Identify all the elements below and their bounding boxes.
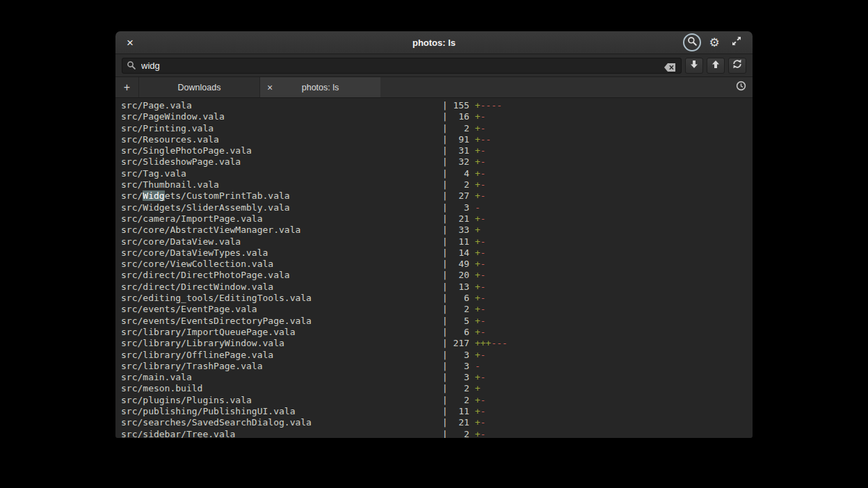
change-count: 6 — [448, 327, 469, 338]
tab-downloads[interactable]: Downloads — [138, 77, 259, 97]
change-count: 2 — [448, 179, 469, 190]
deletions-bar: - — [481, 350, 486, 360]
terminal-line: src/library/TrashPage.vala|3- — [121, 361, 753, 372]
window-title: photos: ls — [115, 38, 753, 48]
terminal-line: src/Resources.vala|91+-- — [121, 134, 753, 145]
header-bar[interactable]: × photos: ls ⚙ — [115, 31, 753, 54]
terminal-line: src/SinglePhotoPage.vala|31+- — [121, 145, 753, 156]
terminal-line: src/core/AbstractViewManager.vala|33+ — [121, 225, 753, 236]
file-name: src/core/AbstractViewManager.vala — [121, 225, 442, 236]
terminal-line: src/core/ViewCollection.vala|49+- — [121, 259, 753, 270]
change-count: 21 — [448, 417, 469, 428]
restore-closed-tabs-button[interactable] — [729, 77, 753, 97]
file-name: src/Printing.vala — [121, 123, 442, 134]
stat-separator: | — [442, 145, 448, 156]
deletions-bar: - — [481, 123, 486, 133]
additions-bar: + — [475, 134, 481, 145]
stat-separator: | — [442, 406, 448, 416]
search-button[interactable] — [683, 33, 701, 51]
file-name: src/main.vala — [121, 372, 442, 383]
deletions-bar: - — [481, 372, 486, 382]
additions-bar: + — [475, 406, 481, 416]
settings-button[interactable]: ⚙ — [705, 33, 723, 51]
additions-bar: + — [475, 213, 481, 224]
change-count: 2 — [448, 123, 469, 134]
file-name: src/Page.vala — [121, 100, 442, 111]
find-bar — [115, 54, 753, 77]
stat-separator: | — [442, 304, 448, 314]
terminal-line: src/Widgets/CustomPrintTab.vala|27+- — [121, 190, 753, 202]
deletions-bar: - — [481, 259, 486, 269]
file-name: src/core/DataViewTypes.vala — [121, 247, 442, 259]
stat-separator: | — [442, 350, 448, 360]
window-close-button[interactable]: × — [122, 35, 138, 50]
find-previous-button[interactable] — [707, 58, 725, 74]
terminal-line: src/Thumbnail.vala|2+- — [121, 179, 753, 190]
deletions-bar: ---- — [481, 100, 502, 111]
terminal-line: src/meson.build|2+ — [121, 383, 753, 394]
file-name: src/plugins/Plugins.vala — [121, 395, 442, 406]
change-count: 31 — [448, 145, 469, 156]
terminal-line: src/events/EventsDirectoryPage.vala|5+- — [121, 316, 753, 327]
file-name: src/searches/SavedSearchDialog.vala — [121, 417, 442, 428]
additions-bar: + — [475, 316, 481, 326]
deletions-bar: - — [481, 316, 486, 326]
deletions-bar: - — [475, 202, 481, 213]
stat-separator: | — [442, 179, 448, 190]
stat-separator: | — [442, 213, 448, 224]
additions-bar: + — [475, 225, 481, 235]
deletions-bar: --- — [491, 338, 507, 348]
change-count: 3 — [448, 361, 469, 372]
cyclic-search-button[interactable] — [728, 58, 746, 74]
change-count: 155 — [448, 100, 469, 111]
fullscreen-button[interactable] — [728, 33, 746, 51]
file-name: src/sidebar/Tree.vala — [121, 429, 442, 438]
terminal-line: src/PageWindow.vala|16+- — [121, 111, 753, 122]
change-count: 4 — [448, 168, 469, 179]
file-name: src/camera/ImportPage.vala — [121, 213, 442, 225]
file-name: src/library/OfflinePage.vala — [121, 350, 442, 361]
clear-backspace-icon[interactable] — [664, 62, 676, 74]
terminal-output[interactable]: src/Page.vala|155+----src/PageWindow.val… — [115, 98, 753, 438]
terminal-line: src/library/OfflinePage.vala|3+- — [121, 350, 753, 361]
stat-separator: | — [442, 372, 448, 382]
stat-separator: | — [442, 134, 448, 145]
new-tab-button[interactable]: + — [115, 77, 138, 97]
tab-close-button[interactable]: × — [267, 77, 273, 97]
file-name: src/direct/DirectPhotoPage.vala — [121, 270, 442, 281]
additions-bar: + — [475, 395, 481, 405]
change-count: 33 — [448, 225, 469, 236]
terminal-line: src/library/ImportQueuePage.vala|6+- — [121, 327, 753, 338]
additions-bar: + — [475, 168, 481, 179]
change-count: 3 — [448, 350, 469, 361]
file-name: src/events/EventPage.vala — [121, 304, 442, 315]
terminal-line: src/camera/ImportPage.vala|21+- — [121, 213, 753, 225]
terminal-line: src/searches/SavedSearchDialog.vala|21+- — [121, 417, 753, 428]
search-icon — [127, 60, 136, 73]
stat-separator: | — [442, 190, 448, 201]
terminal-line: src/Page.vala|155+---- — [121, 100, 753, 111]
deletions-bar: -- — [481, 134, 492, 145]
headerbar-actions: ⚙ — [683, 33, 746, 51]
deletions-bar: - — [481, 247, 486, 258]
terminal-line: src/direct/DirectWindow.vala|13+- — [121, 282, 753, 293]
terminal-line: src/publishing/PublishingUI.vala|11+- — [121, 406, 753, 417]
tab-photos-ls[interactable]: × photos: ls — [259, 77, 380, 97]
deletions-bar: - — [481, 417, 486, 428]
file-name: src/publishing/PublishingUI.vala — [121, 406, 442, 417]
file-name: src/library/ImportQueuePage.vala — [121, 327, 442, 338]
find-next-button[interactable] — [685, 58, 703, 74]
search-field — [122, 58, 682, 74]
stat-separator: | — [442, 270, 448, 280]
stat-separator: | — [442, 361, 448, 371]
file-name: src/Thumbnail.vala — [121, 179, 442, 190]
history-clock-icon — [735, 80, 747, 95]
file-name: src/PageWindow.vala — [121, 111, 442, 122]
terminal-line: src/main.vala|3+- — [121, 372, 753, 383]
stat-separator: | — [442, 202, 448, 213]
change-count: 2 — [448, 383, 469, 394]
file-name: src/events/EventsDirectoryPage.vala — [121, 316, 442, 327]
search-input[interactable] — [122, 58, 682, 74]
file-name: src/core/ViewCollection.vala — [121, 259, 442, 270]
file-name: src/Resources.vala — [121, 134, 442, 145]
